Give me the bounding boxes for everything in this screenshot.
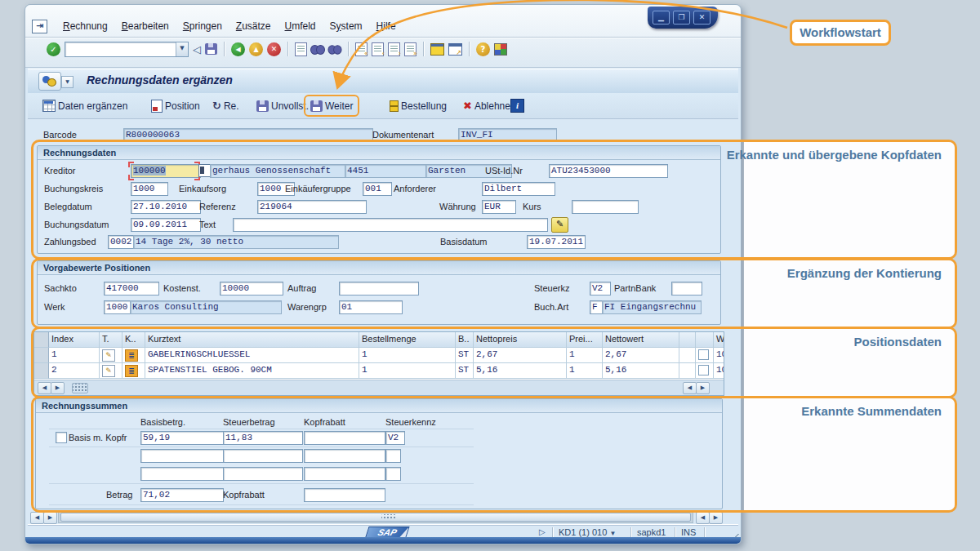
first-page-icon[interactable]: « (355, 42, 368, 56)
scroll-right-icon[interactable]: ▶ (43, 512, 57, 524)
screen-title-bar: ▼ Rechnungsdaten ergänzen (28, 69, 738, 94)
menu-rechnung[interactable]: Rechnung (63, 20, 108, 32)
toolbar-separator (287, 42, 288, 56)
standard-toolbar: ✓ ▼ ◁ ◀ ▲ ✕ « ‹ › » ? (47, 41, 507, 57)
position-button[interactable]: Position (151, 98, 200, 113)
re-button[interactable]: ↻ Re. (212, 98, 239, 113)
cancel-icon[interactable]: ✕ (267, 42, 281, 56)
find-next-icon[interactable] (328, 44, 341, 53)
command-dropdown-icon[interactable]: ▼ (176, 42, 188, 56)
annotation-label-summendaten: Erkannte Summendaten (801, 404, 942, 418)
position-page-icon (151, 100, 163, 113)
statusbar-divider (675, 527, 675, 537)
scroll-right-icon[interactable]: ▶ (709, 512, 723, 524)
help-icon[interactable]: ? (476, 42, 490, 56)
scrollbar-grip-icon (381, 514, 396, 519)
toolbar-separator (423, 42, 424, 56)
session-dropdown-icon: ▼ (609, 530, 616, 537)
enter-check-icon[interactable]: ✓ (47, 42, 60, 56)
menubar-divider (25, 37, 741, 38)
table-grid-icon (42, 100, 56, 112)
save-continue-icon (310, 100, 323, 112)
command-field[interactable]: ▼ (65, 42, 189, 57)
position-label: Position (165, 100, 200, 112)
weiter-label: Weiter (325, 100, 353, 112)
close-icon: ✕ (699, 13, 706, 21)
refresh-icon: ↻ (212, 100, 221, 112)
close-button[interactable]: ✕ (693, 11, 710, 24)
maximize-icon: ❐ (678, 13, 684, 21)
menu-springen[interactable]: Springen (183, 20, 222, 32)
minimize-icon: ▁ (658, 13, 664, 21)
scrollbar-thumb[interactable] (60, 513, 691, 522)
previous-page-icon[interactable]: ‹ (372, 42, 384, 56)
window-bottom-edge (25, 537, 741, 544)
next-page-icon[interactable]: › (388, 42, 400, 56)
insert-mode-field: INS (681, 527, 696, 537)
exit-icon[interactable]: ▲ (249, 42, 263, 56)
toolbar-separator (224, 42, 225, 56)
daten-ergaenzen-button[interactable]: Daten ergänzen (42, 98, 127, 113)
system-session-field[interactable]: KD1 (1) 010 ▼ (559, 527, 616, 537)
workflow-icon-button[interactable] (38, 72, 61, 91)
purchase-order-icon (389, 100, 399, 112)
annotation-box-summendaten: Erkannte Summendaten (31, 396, 957, 513)
application-toolbar: Daten ergänzen Position ↻ Re. Unvollst. … (28, 93, 738, 119)
system-session-text: KD1 (1) 010 (559, 527, 607, 537)
customize-layout-icon[interactable] (494, 43, 507, 56)
window-controls: ▁ ❐ ✕ (648, 7, 718, 29)
workflowstart-label: Workflowstart (790, 20, 891, 46)
annotation-label-kopfdaten: Erkannte und übergebene Kopfdaten (727, 148, 942, 162)
last-page-icon[interactable]: » (404, 42, 416, 56)
screen-title: Rechnungsdaten ergänzen (87, 73, 233, 87)
weiter-button[interactable]: Weiter (310, 98, 353, 113)
re-label: Re. (224, 100, 239, 112)
menu-hilfe[interactable]: Hilfe (376, 20, 396, 32)
info-icon: i (510, 99, 524, 113)
menu-system[interactable]: System (330, 20, 363, 32)
scrollbar-track[interactable] (58, 511, 693, 523)
page: ▁ ❐ ✕ ⇥ Rechnung Bearbeiten Springen Zus… (0, 0, 980, 551)
command-value (65, 42, 176, 56)
menu-bearbeiten[interactable]: Bearbeiten (122, 20, 169, 32)
bestellung-label: Bestellung (401, 100, 447, 112)
system-menu-icon[interactable]: ⇥ (32, 20, 47, 33)
annotation-box-kontierung: Ergänzung der Kontierung (31, 258, 957, 329)
workflow-icon-accent (47, 78, 56, 87)
minimize-button[interactable]: ▁ (653, 11, 670, 24)
dokumentenart-label: Dokumentenart (372, 130, 434, 140)
menu-bar: ⇥ Rechnung Bearbeiten Springen Zusätze U… (32, 17, 396, 35)
scroll-left-icon[interactable]: ◀ (30, 512, 44, 524)
create-shortcut-icon[interactable] (448, 43, 462, 56)
host-field: sapkd1 (637, 527, 666, 537)
toolbar-separator (348, 42, 349, 56)
statusbar-divider (704, 527, 705, 537)
save-incomplete-icon (256, 100, 269, 112)
info-button[interactable]: i (510, 98, 524, 113)
find-icon[interactable] (311, 44, 324, 54)
bestellung-button[interactable]: Bestellung (389, 98, 447, 113)
annotation-box-kopfdaten: Erkannte und übergebene Kopfdaten (31, 140, 957, 260)
scroll-left-icon[interactable]: ◀ (696, 512, 710, 524)
maximize-button[interactable]: ❐ (673, 11, 690, 24)
unvollstaendig-button[interactable]: Unvollst. (256, 98, 309, 113)
message-expand-icon[interactable]: ▷ (539, 527, 546, 536)
barcode-label: Barcode (43, 130, 77, 140)
print-icon[interactable] (295, 42, 307, 56)
annotation-label-kontierung: Ergänzung der Kontierung (787, 266, 942, 280)
back-icon[interactable]: ◀ (231, 42, 245, 56)
statusbar-divider (630, 527, 631, 537)
weiter-highlight-box: Weiter (304, 95, 359, 117)
menu-zusaetze[interactable]: Zusätze (236, 20, 271, 32)
ablehnen-button[interactable]: ✖ Ablehnen (463, 98, 516, 113)
annotation-box-positionsdaten: Positionsdaten (31, 327, 957, 398)
daten-ergaenzen-label: Daten ergänzen (58, 100, 127, 112)
local-layout-icon[interactable]: ◁ (193, 42, 201, 56)
new-session-icon[interactable] (430, 43, 444, 56)
save-icon[interactable] (205, 43, 217, 55)
annotation-label-positionsdaten: Positionsdaten (853, 335, 942, 349)
title-dropdown-icon[interactable]: ▼ (61, 76, 74, 88)
statusbar-divider (552, 527, 553, 537)
reject-x-icon: ✖ (463, 100, 472, 111)
menu-umfeld[interactable]: Umfeld (285, 20, 316, 32)
